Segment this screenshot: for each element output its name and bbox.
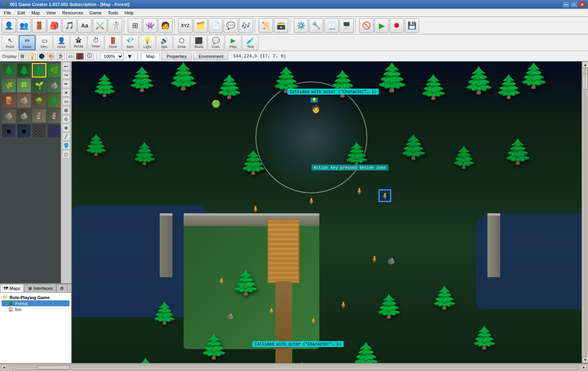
- toolbar-speech[interactable]: 💬: [224, 18, 238, 33]
- tile-6[interactable]: 🍀: [17, 78, 31, 93]
- mode-actor[interactable]: 👤 Actor: [53, 35, 70, 50]
- mode-com[interactable]: 💬 Com.: [208, 35, 224, 50]
- tile-13[interactable]: 🪨: [2, 109, 16, 123]
- tree-root[interactable]: 📁 Role-Playing Game: [2, 294, 69, 300]
- toolbar-gear[interactable]: 🔧: [309, 18, 323, 33]
- menu-map[interactable]: Map: [28, 9, 43, 16]
- npc-3[interactable]: 🧍: [355, 187, 363, 195]
- toolbar-text[interactable]: 📃: [324, 18, 339, 33]
- zoom-dropdown-btn[interactable]: ▼: [125, 53, 134, 60]
- scroll-track[interactable]: [582, 68, 588, 357]
- npc-4[interactable]: 🧍: [218, 277, 226, 285]
- mode-point[interactable]: ↖ Point: [2, 35, 18, 50]
- display-light-toggle[interactable]: 💡: [28, 53, 36, 60]
- menu-file[interactable]: File: [1, 9, 14, 16]
- tool-line[interactable]: ╱: [62, 133, 70, 141]
- tab-environment[interactable]: Environment: [193, 53, 228, 60]
- display-info-toggle[interactable]: ⓘ: [85, 53, 93, 60]
- mode-item[interactable]: 💎 Item: [122, 35, 139, 50]
- tile-palette[interactable]: 🌲 🌲 🌲 🌿 🌾 🍀 🌱 🪨 🪵 🪨 🌳 🌲 🪨 🪨: [0, 62, 61, 283]
- tool-fill[interactable]: 🪣: [62, 141, 70, 149]
- tool-grid2[interactable]: ⊞: [62, 106, 70, 114]
- toolbar-save[interactable]: 💾: [405, 18, 419, 33]
- menu-edit[interactable]: Edit: [14, 9, 28, 16]
- tab-map[interactable]: Map: [141, 53, 160, 60]
- display-dim-toggle[interactable]: ⬛: [76, 53, 84, 60]
- mode-route[interactable]: 🛣 Route: [70, 35, 87, 50]
- toolbar-font[interactable]: Aa: [77, 18, 92, 33]
- mode-draw[interactable]: ✏ Draw: [19, 35, 36, 50]
- mode-block[interactable]: ⬛ Block: [190, 35, 207, 50]
- toolbar-monster[interactable]: 👾: [143, 18, 157, 33]
- tile-14[interactable]: 🪨: [17, 109, 31, 123]
- tile-1[interactable]: 🌲: [2, 63, 16, 77]
- tool-redo[interactable]: ↪: [62, 71, 70, 79]
- toolbar-tileset[interactable]: 🗂️: [193, 18, 208, 33]
- toolbar-music2[interactable]: 🎶: [239, 18, 253, 33]
- toolbar-item[interactable]: 🎒: [47, 18, 61, 33]
- npc-7[interactable]: 🧍: [309, 317, 317, 325]
- tool-select[interactable]: ▭: [62, 97, 70, 105]
- npc-2[interactable]: 🧍: [307, 197, 315, 205]
- menu-tools[interactable]: Tools: [105, 9, 121, 16]
- tool-circle[interactable]: ⊙: [62, 115, 70, 123]
- toolbar-xyz[interactable]: XYZ: [178, 18, 192, 33]
- tab-extra-settings[interactable]: ⚙: [56, 284, 67, 292]
- tab-maps[interactable]: 🗺 Maps: [0, 284, 24, 292]
- toolbar-db[interactable]: 🗃️: [274, 18, 288, 33]
- close-button[interactable]: ✕: [578, 1, 586, 8]
- minimize-button[interactable]: —: [562, 1, 570, 8]
- tile-2[interactable]: 🌲: [17, 63, 31, 77]
- toolbar-char[interactable]: 🤺: [108, 18, 122, 33]
- tool-undo[interactable]: ↩: [62, 62, 70, 70]
- zoom-select[interactable]: 25% 50% 75% 100% 150% 200%: [100, 53, 124, 60]
- toolbar-play[interactable]: ▶: [374, 18, 389, 33]
- tile-20[interactable]: [47, 124, 61, 138]
- tile-19[interactable]: [32, 124, 46, 138]
- toolbar-battle[interactable]: ⚔️: [93, 18, 107, 33]
- toolbar-grid[interactable]: ⊞: [128, 18, 142, 33]
- mode-door[interactable]: 🚪 Door: [105, 35, 121, 50]
- tool-pencil[interactable]: ✏: [62, 80, 70, 88]
- tile-8[interactable]: 🪨: [47, 78, 61, 93]
- mode-spk[interactable]: 🔊 Spk.: [156, 35, 173, 50]
- tool-erase[interactable]: ✕: [62, 89, 70, 97]
- toolbar-window[interactable]: 🖥️: [339, 18, 354, 33]
- display-fog-toggle[interactable]: 🌫: [57, 53, 65, 60]
- hscroll-left-button[interactable]: ◄: [1, 364, 7, 371]
- hscroll-right-button[interactable]: ►: [581, 364, 587, 371]
- tile-7[interactable]: 🌱: [32, 78, 46, 93]
- toolbar-settings[interactable]: ⚙️: [294, 18, 308, 33]
- mode-dim[interactable]: ▭ Dim.: [36, 35, 53, 50]
- toolbar-actor[interactable]: 👤: [2, 18, 16, 33]
- toolbar-script[interactable]: 📜: [259, 18, 273, 33]
- tile-17[interactable]: ◼: [2, 124, 16, 138]
- mode-zone[interactable]: ⬡ Zone: [173, 35, 190, 50]
- tool-plus[interactable]: ⊕: [62, 124, 70, 132]
- mode-play[interactable]: ▶ Play: [225, 35, 242, 50]
- toolbar-door[interactable]: 🚪: [32, 18, 46, 33]
- mode-light[interactable]: 💡 Light: [139, 35, 156, 50]
- npc-5[interactable]: 🧍: [370, 255, 378, 263]
- display-tint-toggle[interactable]: 🎨: [47, 53, 55, 60]
- tile-12[interactable]: 🌲: [47, 93, 61, 108]
- toolbar-no-entry[interactable]: 🚫: [359, 18, 374, 33]
- tile-3[interactable]: 🌲: [32, 63, 46, 77]
- menu-help[interactable]: Help: [121, 9, 137, 16]
- tile-5[interactable]: 🌾: [2, 78, 16, 93]
- toolbar-music[interactable]: 🎵: [62, 18, 77, 33]
- tile-4[interactable]: 🌿: [47, 63, 61, 77]
- tree-item-forest[interactable]: 🌲 Forest: [2, 300, 69, 306]
- tile-18[interactable]: ◼: [17, 124, 31, 138]
- toolbar-group[interactable]: 👥: [17, 18, 31, 33]
- display-shade-toggle[interactable]: 🌑: [38, 53, 46, 60]
- toolbar-rec[interactable]: ⏺: [390, 18, 404, 33]
- h-scroll-thumb[interactable]: [37, 365, 69, 369]
- npc-6[interactable]: 🧍: [267, 307, 275, 315]
- player-char[interactable]: 🧑: [311, 105, 320, 113]
- mode-timer[interactable]: ⏱ Timer: [87, 35, 104, 50]
- tab-properties[interactable]: Properties: [161, 53, 192, 60]
- tool-box[interactable]: ◻: [62, 150, 70, 158]
- menu-game[interactable]: Game: [86, 9, 105, 16]
- tab-interfaces[interactable]: 🖥 Interfaces: [24, 284, 56, 292]
